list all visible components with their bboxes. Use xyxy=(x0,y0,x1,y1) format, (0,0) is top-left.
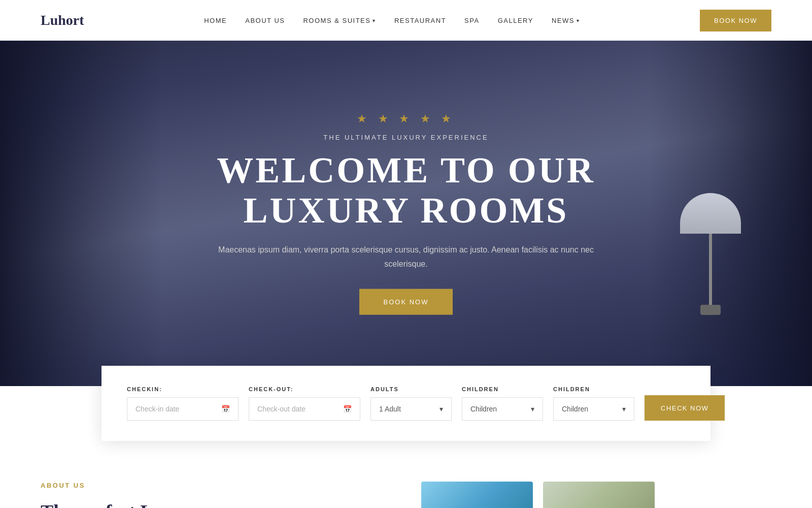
adults-value: 1 Adult xyxy=(379,405,401,413)
nav-item-news[interactable]: NEWS ▾ xyxy=(552,17,580,24)
about-text: ABOUT US The perfect Luxury xyxy=(41,482,391,508)
calendar-icon: 📅 xyxy=(221,405,230,413)
hero-title: WELCOME TO OUR LUXURY ROOMS xyxy=(213,150,599,231)
chevron-down-icon: ▾ xyxy=(373,18,376,23)
hero-content: ★ ★ ★ ★ ★ THE ULTIMATE LUXURY EXPERIENCE… xyxy=(213,112,599,315)
children1-value: Children xyxy=(470,405,497,413)
checkin-label: CHECKIN: xyxy=(127,386,239,392)
booking-form: CHECKIN: Check-in date 📅 CHECK-OUT: Chec… xyxy=(101,366,710,441)
logo[interactable]: Luhort xyxy=(41,12,84,28)
checkout-label: CHECK-OUT: xyxy=(249,386,360,392)
nav-item-about[interactable]: ABOUT US xyxy=(245,17,285,24)
children1-label: CHILDREN xyxy=(462,386,543,392)
hero-book-now-button[interactable]: BOOK NOW xyxy=(359,289,453,314)
lamp-base xyxy=(700,305,721,315)
children2-select[interactable]: Children ▾ xyxy=(553,397,634,421)
main-nav: HOME ABOUT US ROOMS & SUITES ▾ RESTAURAN… xyxy=(204,17,580,24)
nav-item-rooms[interactable]: ROOMS & SUITES ▾ xyxy=(303,17,376,24)
adults-label: ADULTS xyxy=(370,386,452,392)
calendar-icon: 📅 xyxy=(343,405,352,413)
hero-description: Maecenas ipsum diam, viverra porta scele… xyxy=(213,243,599,270)
checkin-placeholder: Check-in date xyxy=(136,405,179,413)
checkout-placeholder: Check-out date xyxy=(257,405,306,413)
about-label: ABOUT US xyxy=(41,482,391,489)
hero-section: ★ ★ ★ ★ ★ THE ULTIMATE LUXURY EXPERIENCE… xyxy=(0,41,812,386)
about-image-1 xyxy=(421,482,533,508)
adults-select[interactable]: 1 Adult ▾ xyxy=(370,397,452,421)
header-book-now-button[interactable]: BOOK NOW xyxy=(700,10,771,31)
lamp-decoration xyxy=(670,193,751,345)
nav-item-home[interactable]: HOME xyxy=(204,17,227,24)
children2-label: CHILDREN xyxy=(553,386,634,392)
checkout-input[interactable]: Check-out date 📅 xyxy=(249,397,360,421)
booking-fields: CHECKIN: Check-in date 📅 CHECK-OUT: Chec… xyxy=(127,386,685,421)
lamp-shade xyxy=(680,193,741,234)
chevron-down-icon: ▾ xyxy=(577,18,580,23)
hero-subtitle: THE ULTIMATE LUXURY EXPERIENCE xyxy=(213,134,599,141)
about-title: The perfect Luxury xyxy=(41,499,391,508)
nav-item-gallery[interactable]: GALLERY xyxy=(498,17,533,24)
adults-field-group: ADULTS 1 Adult ▾ xyxy=(370,386,452,421)
header: Luhort HOME ABOUT US ROOMS & SUITES ▾ RE… xyxy=(0,0,812,41)
about-section: ABOUT US The perfect Luxury xyxy=(0,441,812,508)
about-image-2 xyxy=(543,482,655,508)
chevron-down-icon: ▾ xyxy=(531,405,534,413)
checkout-field-group: CHECK-OUT: Check-out date 📅 xyxy=(249,386,360,421)
chevron-down-icon: ▾ xyxy=(622,405,626,413)
booking-section: CHECKIN: Check-in date 📅 CHECK-OUT: Chec… xyxy=(0,366,812,441)
about-images xyxy=(421,482,771,508)
check-now-button[interactable]: CHECK NOW xyxy=(645,395,725,421)
lamp-pole xyxy=(709,234,712,305)
children1-select[interactable]: Children ▾ xyxy=(462,397,543,421)
star-rating: ★ ★ ★ ★ ★ xyxy=(213,112,599,125)
nav-item-restaurant[interactable]: RESTAURANT xyxy=(394,17,446,24)
children2-field-group: CHILDREN Children ▾ xyxy=(553,386,634,421)
checkin-field-group: CHECKIN: Check-in date 📅 xyxy=(127,386,239,421)
children1-field-group: CHILDREN Children ▾ xyxy=(462,386,543,421)
nav-item-spa[interactable]: SPA xyxy=(464,17,480,24)
children2-value: Children xyxy=(562,405,588,413)
checkin-input[interactable]: Check-in date 📅 xyxy=(127,397,239,421)
chevron-down-icon: ▾ xyxy=(439,405,443,413)
